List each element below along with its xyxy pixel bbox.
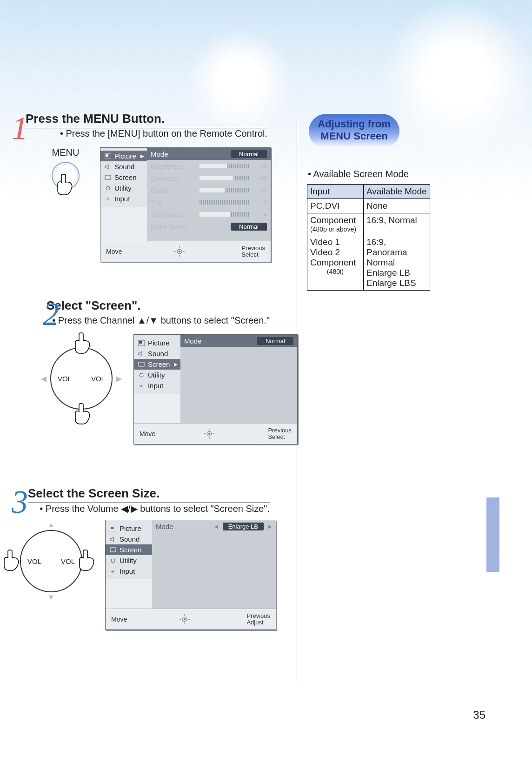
- osd3-menu-utility[interactable]: Utility: [106, 555, 152, 566]
- footer-select-label: Select: [241, 252, 265, 258]
- footer-move-label: Move: [106, 248, 122, 255]
- osd2-menu-utility[interactable]: Utility: [134, 370, 180, 380]
- osd-row-label: Mode: [184, 337, 228, 345]
- svg-point-9: [140, 373, 143, 377]
- osd1-menu-sound[interactable]: Sound: [100, 161, 147, 172]
- osd1-menu-input[interactable]: Input: [100, 193, 147, 204]
- table-header-mode: Available Mode: [364, 185, 430, 199]
- step-number-2: 2: [43, 301, 59, 327]
- osd1-row-sharpness[interactable]: Sharpness4: [147, 208, 271, 220]
- table-cell: 16:9, Panorama Normal Enlarge LB Enlarge…: [364, 235, 430, 291]
- up-arrow-icon: ▲: [47, 521, 55, 529]
- step-3-instruction: • Press the Volume ◀/▶ buttons to select…: [28, 503, 270, 514]
- chevron-right-icon: ▶: [140, 153, 144, 159]
- osd-row-value: Normal: [257, 337, 293, 345]
- osd-panel-1: Picture▶ Sound Screen Utility Input Mode…: [100, 147, 271, 262]
- svg-point-3: [106, 186, 110, 190]
- osd-footer: Move PreviousSelect: [134, 423, 297, 444]
- osd-row-value: 35: [254, 163, 267, 170]
- input-icon: [138, 383, 145, 389]
- footer-move-label: Move: [111, 616, 127, 623]
- footer-select-label: Select: [268, 434, 292, 440]
- joystick-icon: [174, 246, 185, 257]
- osd3-menu-picture[interactable]: Picture: [106, 523, 152, 534]
- step-2-instruction: • Press the Channel ▲/▼ buttons to selec…: [47, 315, 270, 326]
- osd2-row-mode[interactable]: ModeNormal: [180, 335, 297, 347]
- table-row: PC,DVI None: [307, 199, 430, 213]
- input-icon: [109, 569, 117, 574]
- osd3-menu-input[interactable]: Input: [106, 566, 152, 576]
- osd2-menu-screen[interactable]: Screen▶: [134, 359, 180, 370]
- down-arrow-icon: ▼: [47, 593, 55, 602]
- utility-icon: [138, 372, 145, 378]
- osd3-row-mode[interactable]: Mode ◀ Enlarge LB ▶: [152, 520, 276, 532]
- osd-label: Input: [114, 195, 130, 203]
- right-arrow-icon: ▶: [116, 374, 122, 383]
- osd2-menu-input[interactable]: Input: [134, 380, 180, 391]
- osd-label: Utility: [114, 184, 132, 192]
- osd1-row-contrast[interactable]: Contrast43: [147, 172, 271, 184]
- osd1-menu-screen[interactable]: Screen: [100, 172, 147, 183]
- table-row: Component (480p or above) 16:9, Normal: [307, 213, 430, 235]
- remote-dpad-graphic: ▲ ▼ ◀ ▶ VOL VOL: [5, 520, 98, 630]
- dpad-vol-right: VOL: [61, 557, 75, 565]
- step-1-title: Press the MENU Button.: [26, 112, 298, 126]
- osd-row-label: Tint: [151, 199, 195, 206]
- osd-label: Utility: [120, 556, 137, 564]
- manual-page: 35 1 Press the MENU Button. • Press the …: [0, 0, 532, 775]
- svg-rect-1: [106, 154, 108, 157]
- osd-row-label: Brightness: [151, 162, 195, 170]
- osd-label: Sound: [120, 535, 140, 543]
- side-caption: • Available Screen Mode: [308, 169, 437, 179]
- osd2-menu-picture[interactable]: Picture: [134, 338, 180, 348]
- osd-label: Screen: [148, 360, 170, 368]
- joystick-icon: [204, 428, 215, 439]
- osd-footer: Move PreviousAdjust: [106, 609, 276, 629]
- hand-icon: [56, 173, 74, 196]
- osd1-row-colortemp[interactable]: Color Temp.Normal: [147, 220, 271, 232]
- sound-icon: [109, 537, 117, 542]
- osd-panel-3: Picture Sound Screen Utility Input Mode …: [105, 520, 276, 630]
- footer-previous-label: Previous: [246, 613, 270, 619]
- pill-line-1: Adjusting from: [309, 118, 399, 130]
- section-heading-pill: Adjusting from MENU Screen: [309, 114, 399, 148]
- screen-icon: [104, 175, 112, 180]
- osd-row-label: Color: [151, 186, 195, 194]
- osd-label: Sound: [114, 163, 134, 171]
- osd2-menu-sound[interactable]: Sound: [134, 348, 180, 359]
- svg-rect-8: [139, 362, 144, 366]
- dpad-vol-left: VOL: [58, 375, 72, 383]
- hand-icon: [74, 331, 92, 355]
- osd-row-value: 32: [254, 187, 267, 194]
- table-cell: Video 1 Video 2 Component (480i): [307, 235, 364, 291]
- osd1-menu-picture-label: Picture: [114, 152, 136, 160]
- osd3-menu-sound[interactable]: Sound: [106, 534, 152, 544]
- osd-label: Picture: [148, 339, 170, 347]
- osd1-row-color[interactable]: Color32: [147, 184, 271, 196]
- table-cell: 16:9, Normal: [364, 213, 430, 235]
- hand-icon: [74, 402, 92, 425]
- hand-icon: [78, 549, 96, 572]
- footer-previous-label: Previous: [268, 427, 292, 434]
- osd3-menu-screen[interactable]: Screen: [106, 544, 152, 555]
- svg-point-11: [208, 433, 210, 435]
- osd-row-label: Contrast: [151, 174, 195, 182]
- left-arrow-icon: ◀: [214, 524, 218, 529]
- svg-rect-7: [139, 341, 142, 344]
- sound-icon: [138, 351, 145, 357]
- dpad-vol-right: VOL: [91, 375, 105, 383]
- osd-row-value: 43: [254, 175, 267, 182]
- remote-dpad-graphic: ▲ ▼ ◀ ▶ VOL VOL: [37, 334, 126, 444]
- table-cell: PC,DVI: [307, 199, 364, 213]
- osd1-menu-utility[interactable]: Utility: [100, 183, 147, 193]
- table-cell: Component (480p or above): [307, 213, 364, 235]
- osd-panel-2: Picture Sound Screen▶ Utility Input Mode…: [133, 334, 298, 444]
- screen-icon: [138, 362, 145, 367]
- utility-icon: [109, 558, 117, 563]
- osd1-menu-picture[interactable]: Picture▶: [100, 151, 147, 161]
- osd-label: Screen: [114, 173, 137, 181]
- osd1-row-mode[interactable]: ModeNormal: [147, 148, 271, 160]
- osd1-row-brightness[interactable]: Brightness35: [147, 160, 271, 172]
- osd1-row-tint[interactable]: Tint0: [147, 196, 271, 208]
- svg-point-17: [184, 618, 186, 620]
